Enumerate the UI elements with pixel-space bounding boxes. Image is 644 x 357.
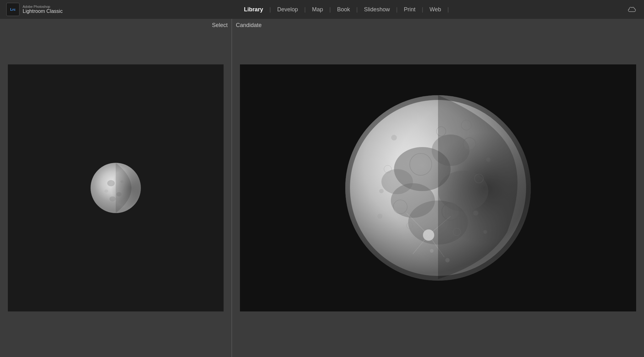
logo-area: Lrc Adobe Photoshop Lightroom Classic xyxy=(6,3,63,16)
svg-point-39 xyxy=(430,249,434,253)
nav-develop[interactable]: Develop xyxy=(273,5,302,14)
candidate-moon-image xyxy=(331,81,545,295)
nav-sep-1: | xyxy=(269,6,271,13)
nav-print[interactable]: Print xyxy=(400,5,419,14)
select-panel-label: Select xyxy=(212,22,228,29)
candidate-image-container[interactable] xyxy=(240,64,636,311)
nav-sep-7: | xyxy=(447,6,449,13)
svg-point-19 xyxy=(410,154,431,175)
nav-web[interactable]: Web xyxy=(426,5,445,14)
nav-sep-2: | xyxy=(304,6,306,13)
nav-right xyxy=(626,4,638,15)
nav-sep-5: | xyxy=(396,6,398,13)
select-image-container[interactable] xyxy=(8,64,224,311)
svg-point-3 xyxy=(107,180,115,186)
candidate-panel-label: Candidate xyxy=(236,22,262,29)
svg-point-17 xyxy=(381,169,413,194)
svg-point-42 xyxy=(377,214,382,219)
nav-sep-3: | xyxy=(329,6,331,13)
left-panel-select: Select xyxy=(0,19,231,357)
nav-slideshow[interactable]: Slideshow xyxy=(360,5,394,14)
logo-text-block: Adobe Photoshop Lightroom Classic xyxy=(23,5,63,14)
nav-map[interactable]: Map xyxy=(308,5,327,14)
menu-bar: Lrc Adobe Photoshop Lightroom Classic Li… xyxy=(0,0,644,19)
app-name-label: Lightroom Classic xyxy=(23,8,63,14)
app-logo-icon: Lrc xyxy=(6,3,19,16)
nav-menu: Library | Develop | Map | Book | Slidesh… xyxy=(240,5,449,14)
main-content: Select xyxy=(0,19,644,357)
nav-sep-4: | xyxy=(356,6,358,13)
select-moon-image xyxy=(81,153,150,222)
svg-point-7 xyxy=(109,196,116,201)
right-panel-candidate: Candidate xyxy=(232,19,644,357)
svg-point-40 xyxy=(391,135,397,140)
nav-sep-6: | xyxy=(422,6,423,13)
nav-library[interactable]: Library xyxy=(240,5,267,14)
adobe-label: Adobe Photoshop xyxy=(23,5,63,8)
svg-point-37 xyxy=(379,189,384,193)
nav-book[interactable]: Book xyxy=(333,5,354,14)
cloud-sync-icon[interactable] xyxy=(626,4,638,15)
svg-point-5 xyxy=(104,189,108,193)
